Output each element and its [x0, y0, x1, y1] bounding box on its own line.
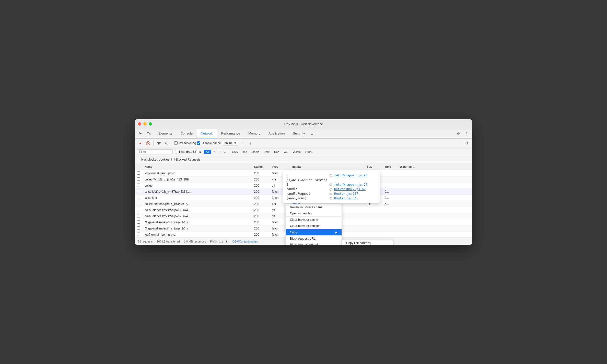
more-options-icon[interactable]: ⋮	[463, 130, 470, 137]
title-bar: DevTools - web.dev/vitals/	[135, 119, 472, 129]
cs-link[interactable]: Router.js:54	[334, 197, 356, 200]
settings-icon[interactable]: ⚙	[455, 130, 462, 137]
pill-all[interactable]: All	[204, 150, 211, 154]
row-check[interactable]	[135, 220, 143, 224]
cm-open-new-tab[interactable]: Open in new tab	[286, 210, 342, 216]
cs-row: handle @ NetworkOnly.js:67	[286, 187, 377, 191]
blocked-requests-input[interactable]	[171, 158, 175, 161]
network-settings-icon[interactable]: ⚙	[463, 140, 470, 147]
header-time[interactable]: Time	[382, 165, 398, 168]
cm-clear-cache[interactable]: Clear browser cache	[286, 216, 342, 223]
close-button[interactable]	[138, 122, 141, 126]
row-status: 200	[252, 178, 270, 181]
throttle-select[interactable]: Online ▼	[222, 141, 239, 146]
pill-ws[interactable]: WS	[282, 150, 290, 154]
header-status[interactable]: Status	[252, 165, 270, 168]
row-status: 200	[252, 208, 270, 212]
device-icon[interactable]	[145, 130, 152, 137]
cs-link[interactable]: fetchWrapper.js:37	[334, 183, 367, 186]
download-icon[interactable]: ↓	[247, 140, 254, 147]
cs-func: handleRequest	[286, 192, 327, 196]
header-initiator[interactable]: Initiator	[290, 165, 365, 168]
tab-list: Elements Console Network Performance Mem…	[154, 129, 455, 138]
sub-copy-link[interactable]: Copy link address	[342, 240, 393, 245]
pill-other[interactable]: Other	[303, 150, 314, 154]
cm-block-url[interactable]: Block request URL	[286, 235, 342, 242]
cs-row: S @ fetchWrapper.js:98	[286, 173, 377, 178]
more-tabs-button[interactable]: »	[309, 129, 316, 138]
row-check[interactable]	[135, 184, 143, 188]
pill-media[interactable]: Media	[250, 150, 261, 154]
search-icon[interactable]	[163, 140, 170, 147]
row-check[interactable]	[135, 196, 143, 200]
row-check[interactable]	[135, 202, 143, 206]
header-waterfall[interactable]: Waterfall▲	[398, 165, 472, 168]
minimize-button[interactable]	[143, 122, 147, 126]
cs-link[interactable]: Router.js:187	[334, 192, 358, 196]
row-check[interactable]	[135, 226, 143, 230]
cm-reveal-sources[interactable]: Reveal in Sources panel	[286, 204, 342, 210]
row-check[interactable]	[135, 214, 143, 218]
svg-rect-0	[147, 132, 149, 135]
separator-2	[172, 141, 172, 146]
row-name: ⚙ collect?v=1&_v=j87&a=43341...	[143, 190, 252, 193]
cs-row: (anonymous) @ Router.js:54	[286, 196, 377, 201]
tab-memory[interactable]: Memory	[244, 129, 264, 138]
filter-icon[interactable]	[156, 140, 162, 147]
cs-at: @	[329, 174, 332, 177]
tab-network[interactable]: Network	[197, 129, 217, 138]
hide-data-urls-input[interactable]	[175, 150, 178, 153]
header-name[interactable]: Name	[143, 165, 252, 168]
preserve-log-checkbox[interactable]: Preserve log	[174, 141, 196, 145]
pill-css[interactable]: CSS	[230, 150, 240, 154]
context-menu: Reveal in Sources panel Open in new tab …	[286, 204, 342, 245]
pill-wasm[interactable]: Wasm	[291, 150, 303, 154]
row-name: collect?t=dc&aip=1&_r=3&v=1&...	[143, 202, 252, 206]
header-size[interactable]: Size	[365, 165, 382, 168]
pill-font[interactable]: Font	[262, 150, 272, 154]
row-check[interactable]	[135, 171, 143, 175]
cs-func: handle	[286, 187, 327, 191]
filter-input[interactable]	[137, 149, 173, 154]
row-name: collect?v=1&_v=j87&a=4334189...	[143, 178, 252, 181]
pill-xhr[interactable]: XHR	[212, 150, 221, 154]
row-status: 200	[252, 184, 270, 187]
row-name: ⚙ ga-audiences?t=sr&aip=1&_r=...	[143, 227, 252, 230]
upload-download-icons: ↑ ↓	[239, 140, 254, 147]
maximize-button[interactable]	[149, 122, 152, 126]
cm-clear-cookies[interactable]: Clear browser cookies	[286, 223, 342, 229]
hide-data-urls-checkbox[interactable]: Hide data URLs	[175, 150, 201, 154]
blocked-requests-checkbox[interactable]: Blocked Requests	[171, 158, 201, 161]
tab-security[interactable]: Security	[289, 129, 309, 138]
tab-elements[interactable]: Elements	[154, 129, 176, 138]
call-stack-popup: S @ fetchWrapper.js:98 async function (a…	[283, 171, 380, 203]
disable-cache-checkbox[interactable]: Disable cache	[197, 141, 221, 145]
pill-doc[interactable]: Doc	[272, 150, 281, 154]
cursor-icon[interactable]	[137, 130, 144, 137]
cm-copy[interactable]: Copy ▶	[286, 229, 342, 235]
cs-link[interactable]: NetworkOnly.js:67	[334, 187, 366, 191]
row-check[interactable]	[135, 177, 143, 181]
tab-console[interactable]: Console	[176, 129, 197, 138]
row-check[interactable]	[135, 233, 143, 237]
nav-icons	[137, 130, 152, 137]
header-type[interactable]: Type	[270, 165, 290, 168]
has-blocked-cookies-checkbox[interactable]: Has blocked cookies	[137, 158, 169, 161]
pill-js[interactable]: JS	[222, 150, 229, 154]
record-button[interactable]: ●	[137, 140, 144, 147]
disable-cache-input[interactable]	[197, 141, 200, 145]
row-check[interactable]	[135, 190, 143, 194]
type-pills: All XHR JS CSS Img Media Font Doc WS Was…	[204, 150, 314, 154]
cs-func: S	[286, 183, 327, 186]
pill-img[interactable]: Img	[240, 150, 249, 154]
network-table: Name Status Type Initiator Size Time Wat…	[135, 163, 472, 238]
clear-button[interactable]: 🚫	[145, 140, 151, 147]
cs-link[interactable]: fetchWrapper.js:98	[334, 174, 367, 177]
upload-icon[interactable]: ↑	[239, 140, 246, 147]
cm-block-domain[interactable]: Block request domain	[286, 242, 342, 245]
row-check[interactable]	[135, 208, 143, 212]
has-blocked-cookies-input[interactable]	[137, 158, 140, 161]
tab-performance[interactable]: Performance	[217, 129, 244, 138]
preserve-log-input[interactable]	[174, 141, 178, 145]
tab-application[interactable]: Application	[264, 129, 289, 138]
